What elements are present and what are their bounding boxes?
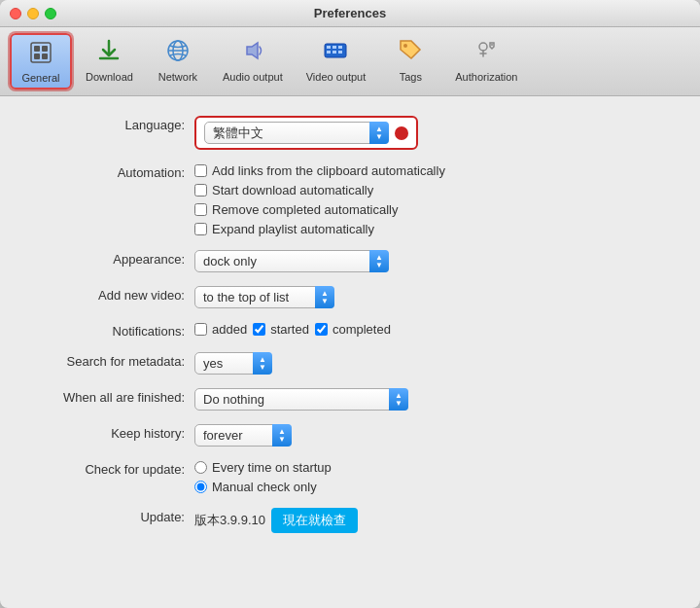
svg-rect-11 bbox=[338, 46, 342, 49]
toolbar-audio[interactable]: Audio output bbox=[213, 33, 293, 89]
automation-remove-completed[interactable]: Remove completed automatically bbox=[194, 202, 445, 217]
radio-update-startup[interactable] bbox=[194, 461, 207, 474]
svg-rect-4 bbox=[42, 54, 48, 59]
toolbar-download-label: Download bbox=[86, 71, 133, 83]
update-label: Update: bbox=[29, 508, 185, 524]
search-metadata-select[interactable]: yes no bbox=[194, 352, 272, 375]
checkbox-remove-completed[interactable] bbox=[194, 203, 207, 216]
checkbox-notif-added[interactable] bbox=[194, 323, 207, 336]
appearance-label: Appearance: bbox=[29, 250, 185, 267]
keep-history-label: Keep history: bbox=[29, 424, 185, 441]
notifications-options: added started completed bbox=[194, 322, 391, 337]
tags-icon bbox=[397, 37, 424, 69]
toolbar-authorization-label: Authorization bbox=[455, 71, 517, 83]
notifications-label: Notifications: bbox=[29, 322, 185, 339]
notif-added-label: added bbox=[212, 322, 247, 337]
maximize-button[interactable] bbox=[45, 8, 56, 19]
checkbox-expand-playlist[interactable] bbox=[194, 223, 207, 235]
close-button[interactable] bbox=[10, 8, 21, 19]
toolbar-tags-label: Tags bbox=[400, 71, 422, 83]
when-finished-row: When all are finished: Do nothing Quit S… bbox=[29, 388, 671, 411]
language-select-wrapper: 繁體中文 ▲ ▼ bbox=[204, 122, 389, 144]
window-controls bbox=[10, 8, 56, 19]
svg-rect-12 bbox=[327, 51, 331, 54]
language-label: Language: bbox=[29, 116, 185, 132]
automation-expand-playlist[interactable]: Expand playlist automatically bbox=[194, 222, 445, 236]
svg-rect-9 bbox=[327, 46, 331, 49]
svg-rect-14 bbox=[338, 51, 342, 54]
keep-history-select[interactable]: forever 1 week 1 month bbox=[194, 424, 292, 447]
toolbar-tags[interactable]: Tags bbox=[379, 33, 441, 89]
add-new-video-select-wrapper: to the top of list to the bottom of list… bbox=[194, 286, 334, 308]
svg-point-17 bbox=[491, 44, 493, 46]
toolbar-download[interactable]: Download bbox=[76, 33, 143, 89]
toolbar-authorization[interactable]: Authorization bbox=[445, 33, 527, 89]
toolbar-video-label: Video output bbox=[306, 71, 367, 83]
audio-icon bbox=[239, 37, 266, 69]
search-metadata-select-wrapper: yes no ▲ ▼ bbox=[194, 352, 272, 375]
minimize-button[interactable] bbox=[27, 8, 39, 19]
notif-started[interactable]: started bbox=[253, 322, 309, 337]
svg-rect-10 bbox=[332, 46, 336, 49]
add-new-video-label: Add new video: bbox=[29, 286, 185, 303]
authorization-icon bbox=[472, 37, 500, 69]
toolbar-video[interactable]: Video output bbox=[297, 33, 376, 89]
check-update-row: Check for update: Every time on startup … bbox=[29, 460, 671, 494]
language-row: Language: 繁體中文 ▲ ▼ bbox=[29, 116, 671, 150]
download-icon bbox=[95, 37, 122, 69]
check-update-label: Check for update: bbox=[29, 460, 185, 477]
check-now-button[interactable]: 現在就檢查 bbox=[271, 508, 358, 533]
toolbar-network-label: Network bbox=[158, 71, 197, 83]
notif-completed[interactable]: completed bbox=[315, 322, 391, 337]
automation-label: Automation: bbox=[29, 163, 185, 180]
automation-expand-playlist-label: Expand playlist automatically bbox=[212, 222, 374, 236]
checkbox-notif-started[interactable] bbox=[253, 323, 265, 336]
svg-rect-3 bbox=[34, 54, 40, 59]
appearance-row: Appearance: dock only window only dock a… bbox=[29, 250, 671, 272]
toolbar-audio-label: Audio output bbox=[223, 71, 283, 83]
check-update-options: Every time on startup Manual check only bbox=[194, 460, 332, 494]
toolbar: General Download Network bbox=[0, 27, 700, 96]
toolbar-general[interactable]: General bbox=[10, 33, 72, 89]
toolbar-network[interactable]: Network bbox=[147, 33, 209, 89]
network-icon bbox=[164, 37, 192, 69]
automation-remove-completed-label: Remove completed automatically bbox=[212, 202, 398, 217]
svg-point-15 bbox=[403, 44, 407, 48]
automation-options: Add links from the clipboard automatical… bbox=[194, 163, 445, 236]
when-finished-select-wrapper: Do nothing Quit Sleep Shutdown ▲ ▼ bbox=[194, 388, 408, 411]
keep-history-select-wrapper: forever 1 week 1 month ▲ ▼ bbox=[194, 424, 292, 447]
automation-add-links[interactable]: Add links from the clipboard automatical… bbox=[194, 163, 445, 178]
svg-rect-1 bbox=[34, 46, 40, 52]
appearance-select[interactable]: dock only window only dock and window bbox=[194, 250, 389, 272]
appearance-select-wrapper: dock only window only dock and window ▲ … bbox=[194, 250, 389, 272]
automation-add-links-label: Add links from the clipboard automatical… bbox=[212, 163, 445, 178]
automation-start-download[interactable]: Start download automatically bbox=[194, 183, 445, 197]
svg-rect-0 bbox=[31, 43, 51, 62]
add-new-video-select[interactable]: to the top of list to the bottom of list bbox=[194, 286, 334, 308]
add-new-video-row: Add new video: to the top of list to the… bbox=[29, 286, 671, 308]
keep-history-row: Keep history: forever 1 week 1 month ▲ ▼ bbox=[29, 424, 671, 447]
update-version: 版本3.9.9.10 bbox=[194, 512, 265, 529]
checkbox-notif-completed[interactable] bbox=[315, 323, 328, 336]
update-startup-option[interactable]: Every time on startup bbox=[194, 460, 332, 475]
video-icon bbox=[322, 37, 349, 69]
automation-start-download-label: Start download automatically bbox=[212, 183, 373, 197]
toolbar-general-label: General bbox=[21, 72, 59, 84]
checkbox-add-links[interactable] bbox=[194, 164, 207, 177]
content-area: Language: 繁體中文 ▲ ▼ Automation: bbox=[0, 96, 700, 608]
checkbox-start-download[interactable] bbox=[194, 184, 207, 197]
update-startup-label: Every time on startup bbox=[212, 460, 332, 475]
when-finished-select[interactable]: Do nothing Quit Sleep Shutdown bbox=[194, 388, 408, 411]
window-title: Preferences bbox=[314, 6, 386, 20]
radio-update-manual[interactable] bbox=[194, 481, 207, 493]
notif-completed-label: completed bbox=[332, 322, 391, 337]
svg-rect-2 bbox=[42, 46, 48, 52]
notif-added[interactable]: added bbox=[194, 322, 247, 337]
language-select[interactable]: 繁體中文 bbox=[204, 122, 389, 144]
language-indicator bbox=[395, 126, 408, 140]
update-manual-label: Manual check only bbox=[212, 480, 317, 494]
search-metadata-label: Search for metadata: bbox=[29, 352, 185, 369]
preferences-window: Preferences General Do bbox=[0, 0, 700, 608]
update-manual-option[interactable]: Manual check only bbox=[194, 480, 332, 494]
search-metadata-row: Search for metadata: yes no ▲ ▼ bbox=[29, 352, 671, 375]
